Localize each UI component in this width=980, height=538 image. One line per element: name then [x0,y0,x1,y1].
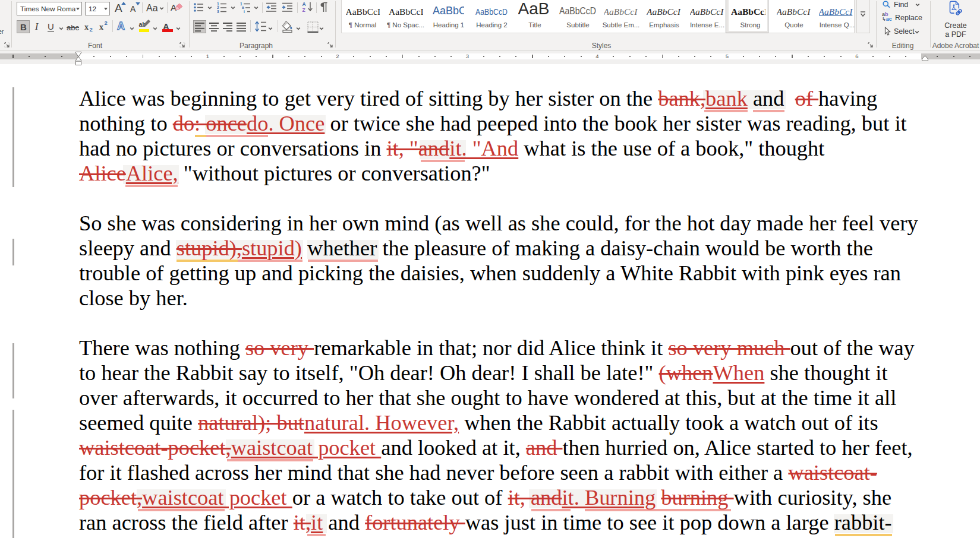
svg-text:i: i [244,10,245,14]
svg-text:A: A [302,1,306,7]
svg-text:Z: Z [302,7,305,13]
svg-text:3: 3 [217,10,219,14]
